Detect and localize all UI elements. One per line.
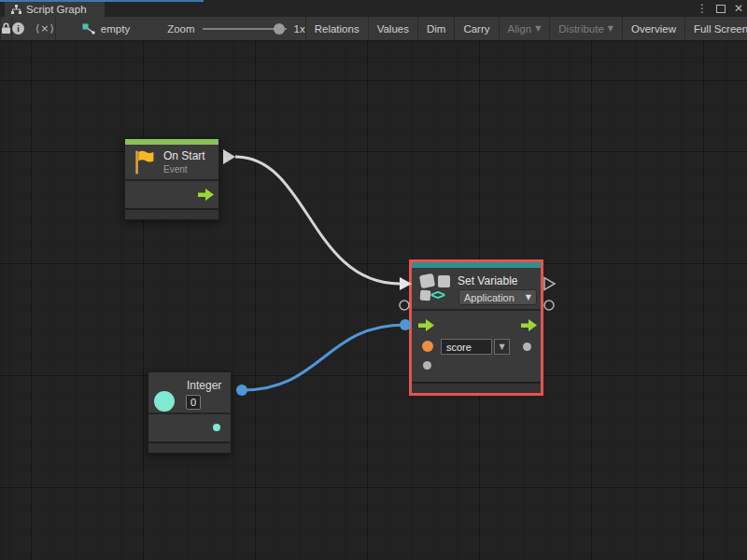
node-title: On Start <box>163 149 205 162</box>
maximize-icon[interactable] <box>716 5 726 13</box>
tab-script-graph[interactable]: Script Graph <box>5 2 105 17</box>
value-wire <box>242 325 405 390</box>
zoom-slider-thumb[interactable] <box>274 23 285 35</box>
toolbar-buttons: Relations Values Dim Carry Align▼ Distri… <box>305 17 747 40</box>
zoom-control: Zoom 1x <box>139 17 305 40</box>
align-button[interactable]: Align▼ <box>499 17 550 40</box>
set-variable-header: <> Set Variable Application ▼ <box>412 268 541 309</box>
variable-name-dropdown[interactable]: ▼ <box>494 339 510 355</box>
node-integer[interactable]: Integer 0 <box>148 371 232 454</box>
on-start-header: On Start Event <box>125 145 218 179</box>
unconnected-output-marker <box>544 301 554 310</box>
code-view-icon[interactable]: ⟨×⟩ <box>35 22 55 35</box>
chevron-down-icon: ▼ <box>535 25 541 33</box>
graph-icon <box>11 5 21 15</box>
graph-pointer-label: empty <box>101 23 130 35</box>
wire-start-arrow <box>223 149 235 164</box>
node-set-variable[interactable]: <> Set Variable Application ▼ <box>412 262 541 393</box>
variable-name-input-port[interactable] <box>422 341 433 352</box>
chevron-down-icon: ▼ <box>526 294 531 301</box>
graph-pointer-icon <box>82 23 95 35</box>
node-footer <box>412 382 541 393</box>
window-controls: ⋮ ✕ <box>697 0 743 17</box>
overview-button[interactable]: Overview <box>622 17 684 40</box>
close-icon[interactable]: ✕ <box>734 3 743 14</box>
unconnected-control-marker <box>544 278 555 290</box>
zoom-slider[interactable] <box>203 22 287 35</box>
carry-button[interactable]: Carry <box>454 17 498 40</box>
integer-ports <box>148 414 231 441</box>
chevron-down-icon: ▼ <box>608 25 613 33</box>
graph-pointer[interactable]: empty <box>56 17 139 40</box>
selection-outline: <> Set Variable Application ▼ <box>409 259 543 396</box>
node-title: Integer <box>187 379 221 392</box>
variable-name-field[interactable]: score ▼ <box>441 339 510 355</box>
variable-scope-dropdown[interactable]: Application ▼ <box>458 289 537 305</box>
fullscreen-button[interactable]: Full Screen <box>684 17 747 40</box>
unity-visual-scripting-window: Script Graph ⋮ ✕ i ⟨×⟩ empty <box>0 0 747 560</box>
on-start-ports <box>125 181 218 208</box>
value-wire-start-dot <box>236 385 247 396</box>
value-input-port[interactable] <box>423 361 431 370</box>
node-title: Set Variable <box>458 274 517 287</box>
zoom-label: Zoom <box>167 23 194 35</box>
integer-output-port[interactable] <box>213 424 220 431</box>
node-subtitle: Event <box>163 164 205 175</box>
unconnected-input-marker <box>400 301 409 310</box>
integer-type-icon <box>154 391 175 412</box>
lock-button[interactable] <box>1 17 12 40</box>
chevron-down-icon: ▼ <box>499 343 504 351</box>
graph-canvas[interactable]: On Start Event Integer 0 <box>0 41 747 560</box>
control-output-port[interactable] <box>198 189 214 201</box>
zoom-value: 1x <box>294 23 305 35</box>
inspector-code-group: i ⟨×⟩ <box>12 17 56 40</box>
control-output-port[interactable] <box>521 319 537 331</box>
node-footer <box>148 443 231 453</box>
on-start-titles: On Start Event <box>163 149 205 175</box>
wires-overlay <box>0 41 747 560</box>
dim-button[interactable]: Dim <box>417 17 454 40</box>
control-input-port[interactable] <box>418 319 434 331</box>
info-icon[interactable]: i <box>12 22 24 35</box>
relations-button[interactable]: Relations <box>305 17 368 40</box>
variables-icon: <> <box>420 273 456 306</box>
values-button[interactable]: Values <box>368 17 417 40</box>
node-footer <box>125 210 218 219</box>
lock-icon <box>1 22 11 35</box>
node-on-start[interactable]: On Start Event <box>124 138 219 220</box>
control-wire <box>235 157 400 284</box>
tab-label: Script Graph <box>26 4 87 15</box>
integer-header: Integer 0 <box>148 372 231 413</box>
window-menu-icon[interactable]: ⋮ <box>697 3 708 14</box>
tab-bar: Script Graph ⋮ ✕ <box>0 0 747 17</box>
value-output-port[interactable] <box>523 343 531 351</box>
graph-toolbar: i ⟨×⟩ empty Zoom 1x Relations Values Dim… <box>0 17 747 41</box>
distribute-button[interactable]: Distribute▼ <box>549 17 622 40</box>
integer-value-field[interactable]: 0 <box>186 395 201 410</box>
flag-icon <box>133 149 156 175</box>
variable-name-value[interactable]: score <box>441 339 492 355</box>
